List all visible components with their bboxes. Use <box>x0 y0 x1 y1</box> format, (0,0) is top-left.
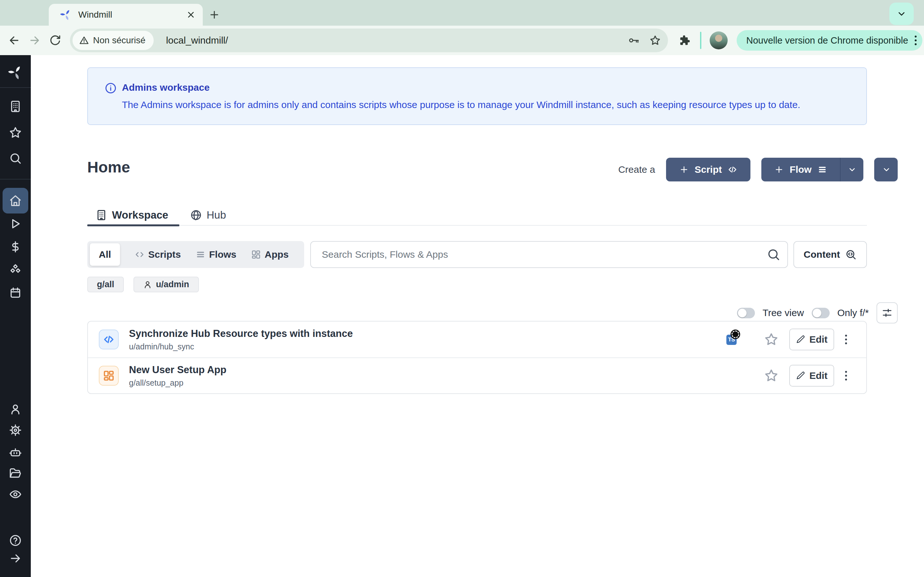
tab-workspace[interactable]: Workspace <box>95 205 168 225</box>
favorite-star-icon[interactable] <box>764 332 779 347</box>
content-search-button[interactable]: Content <box>793 241 867 268</box>
info-icon <box>105 82 117 94</box>
app-tile <box>99 366 119 386</box>
sliders-icon <box>882 308 893 318</box>
items-list: Synchronize Hub Resource types with inst… <box>87 321 867 394</box>
filter-all[interactable]: All <box>90 243 120 266</box>
pencil-icon <box>796 335 805 344</box>
windmill-favicon <box>60 9 71 20</box>
security-label: Non sécurisé <box>93 35 145 45</box>
item-path: g/all/setup_app <box>129 378 226 388</box>
app-grid-icon <box>103 370 115 382</box>
content-button-label: Content <box>804 249 840 260</box>
sidebar-item-workspace[interactable] <box>0 100 31 113</box>
sidebar-item-users[interactable] <box>0 403 31 416</box>
search-input[interactable] <box>310 241 788 268</box>
workspace-hub-tabs: Workspace Hub <box>87 205 867 226</box>
type-filter-group: All Scripts Flows <box>87 241 304 268</box>
warning-triangle-icon <box>79 35 89 45</box>
item-actions: Edit <box>764 365 866 387</box>
sidebar-expand-button[interactable] <box>0 552 31 565</box>
pencil-icon <box>796 371 805 380</box>
bookmark-star-icon[interactable] <box>649 35 661 46</box>
chrome-update-label: Nouvelle version de Chrome disponible <box>746 35 908 46</box>
key-icon[interactable] <box>628 35 640 46</box>
app-window: Admins workspace The Admins workspace is… <box>0 55 924 577</box>
tree-view-label: Tree view <box>762 308 804 318</box>
arrow-right-icon <box>9 552 22 565</box>
edit-button[interactable]: Edit <box>789 365 834 387</box>
search-code-icon <box>845 249 857 260</box>
building-icon <box>9 100 22 113</box>
tab-hub[interactable]: Hub <box>190 205 226 225</box>
tab-close-icon[interactable] <box>186 10 196 19</box>
toolbar-separator <box>700 32 701 49</box>
create-label: Create a <box>618 164 655 175</box>
create-script-button[interactable]: Script <box>666 158 750 181</box>
windmill-logo[interactable] <box>0 65 31 79</box>
tab-strip: Windmill <box>0 0 924 26</box>
filter-apps-label: Apps <box>265 249 289 260</box>
sidebar-item-schedules[interactable] <box>0 286 31 299</box>
tab-title: Windmill <box>78 10 186 20</box>
filter-flows[interactable]: Flows <box>196 249 236 260</box>
create-flow-button[interactable]: Flow <box>761 158 840 181</box>
tab-hub-label: Hub <box>207 209 226 221</box>
main-content: Admins workspace The Admins workspace is… <box>31 55 924 577</box>
tab-search-button[interactable] <box>889 3 914 25</box>
building-icon <box>95 210 107 221</box>
browser-tab-windmill[interactable]: Windmill <box>49 4 203 26</box>
filter-apps[interactable]: Apps <box>251 249 289 260</box>
browser-menu-kebab-icon[interactable] <box>915 35 917 46</box>
sidebar-divider <box>0 87 31 88</box>
filter-scripts[interactable]: Scripts <box>135 249 181 260</box>
toggle-knob <box>813 309 821 318</box>
reload-icon[interactable] <box>49 34 61 47</box>
favorite-star-icon[interactable] <box>764 369 779 383</box>
owner-chip-user[interactable]: u/admin <box>134 277 199 292</box>
create-flow-dropdown[interactable] <box>841 158 863 181</box>
edit-button-label: Edit <box>809 334 828 345</box>
create-app-dropdown[interactable] <box>875 158 898 181</box>
sidebar-item-workers[interactable] <box>0 446 31 459</box>
edit-button[interactable]: Edit <box>789 329 834 350</box>
sidebar-item-favorites[interactable] <box>0 126 31 139</box>
sidebar-item-variables[interactable] <box>0 240 31 253</box>
sidebar-item-settings[interactable] <box>0 424 31 437</box>
owner-chip-group-label: g/all <box>97 279 114 290</box>
play-icon <box>9 218 22 230</box>
plus-icon <box>774 165 784 174</box>
sidebar-item-home[interactable] <box>0 194 31 207</box>
security-chip[interactable]: Non sécurisé <box>73 31 153 50</box>
item-menu-kebab-icon[interactable] <box>845 370 847 382</box>
sidebar-item-search[interactable] <box>0 152 31 165</box>
eye-icon <box>9 488 22 501</box>
list-item-app[interactable]: New User Setup App g/all/setup_app Edit <box>88 358 866 393</box>
sidebar-item-folders[interactable] <box>0 467 31 480</box>
item-menu-kebab-icon[interactable] <box>845 334 847 345</box>
sidebar-item-audit-logs[interactable] <box>0 488 31 501</box>
sidebar-item-help[interactable] <box>0 534 31 547</box>
sidebar-item-runs[interactable] <box>0 218 31 230</box>
display-settings-button[interactable] <box>877 302 898 324</box>
sidebar-item-resources[interactable] <box>0 264 31 277</box>
chrome-update-button[interactable]: Nouvelle version de Chrome disponible <box>737 30 922 51</box>
only-f-toggle[interactable] <box>812 308 830 318</box>
profile-avatar[interactable] <box>710 31 728 49</box>
address-bar[interactable]: Non sécurisé local_windmill/ <box>70 29 668 52</box>
calendar-icon <box>9 286 22 299</box>
list-item-script[interactable]: Synchronize Hub Resource types with inst… <box>88 322 866 358</box>
plus-icon <box>208 9 220 21</box>
filter-scripts-label: Scripts <box>148 249 181 260</box>
extensions-puzzle-icon[interactable] <box>678 34 690 47</box>
new-tab-button[interactable] <box>207 8 221 22</box>
tree-view-toggle[interactable] <box>737 308 755 318</box>
create-actions: Create a Script Flow <box>618 158 898 181</box>
back-icon[interactable] <box>8 34 21 47</box>
search-icon <box>767 248 780 261</box>
owner-chip-group[interactable]: g/all <box>87 277 124 292</box>
forward-icon[interactable] <box>28 34 41 47</box>
chevron-down-icon <box>847 165 857 174</box>
search-container <box>310 241 788 268</box>
url-text[interactable]: local_windmill/ <box>166 35 619 46</box>
